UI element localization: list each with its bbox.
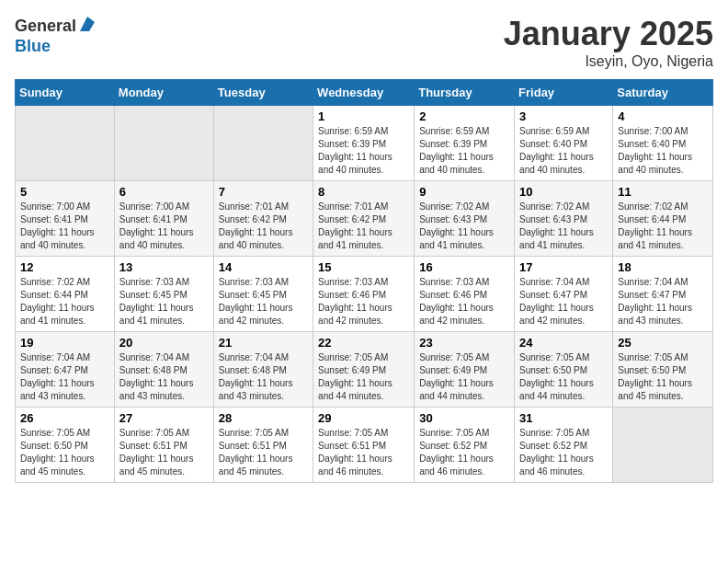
day-number: 27: [119, 411, 209, 425]
day-header-friday: Friday: [515, 80, 613, 106]
week-row: 12Sunrise: 7:02 AM Sunset: 6:44 PM Dayli…: [16, 257, 713, 332]
calendar-table: SundayMondayTuesdayWednesdayThursdayFrid…: [15, 79, 713, 483]
day-number: 30: [419, 411, 509, 425]
week-row: 19Sunrise: 7:04 AM Sunset: 6:47 PM Dayli…: [16, 332, 713, 408]
calendar-cell: 24Sunrise: 7:05 AM Sunset: 6:50 PM Dayli…: [515, 332, 613, 408]
day-number: 10: [519, 185, 608, 199]
day-header-monday: Monday: [114, 80, 213, 106]
cell-info: Sunrise: 7:04 AM Sunset: 6:48 PM Dayligh…: [119, 351, 209, 403]
calendar-cell: 12Sunrise: 7:02 AM Sunset: 6:44 PM Dayli…: [16, 257, 115, 332]
logo-icon: [78, 15, 97, 37]
cell-info: Sunrise: 7:05 AM Sunset: 6:49 PM Dayligh…: [318, 351, 409, 403]
cell-info: Sunrise: 7:05 AM Sunset: 6:52 PM Dayligh…: [519, 427, 608, 478]
day-number: 22: [318, 336, 409, 350]
cell-info: Sunrise: 7:00 AM Sunset: 6:41 PM Dayligh…: [119, 201, 209, 252]
calendar-cell: 18Sunrise: 7:04 AM Sunset: 6:47 PM Dayli…: [613, 257, 713, 332]
cell-info: Sunrise: 7:05 AM Sunset: 6:52 PM Dayligh…: [419, 427, 509, 478]
day-number: 21: [219, 336, 308, 350]
cell-info: Sunrise: 7:04 AM Sunset: 6:47 PM Dayligh…: [519, 276, 608, 327]
day-number: 2: [419, 109, 509, 123]
day-headers: SundayMondayTuesdayWednesdayThursdayFrid…: [16, 80, 713, 106]
calendar-cell: 14Sunrise: 7:03 AM Sunset: 6:45 PM Dayli…: [213, 257, 313, 332]
calendar-cell: 7Sunrise: 7:01 AM Sunset: 6:42 PM Daylig…: [213, 181, 313, 257]
logo-general: General: [15, 17, 76, 36]
day-number: 25: [618, 336, 708, 350]
day-number: 8: [318, 185, 409, 199]
calendar-cell: 6Sunrise: 7:00 AM Sunset: 6:41 PM Daylig…: [114, 181, 213, 257]
day-number: 9: [419, 185, 509, 199]
calendar-cell: 26Sunrise: 7:05 AM Sunset: 6:50 PM Dayli…: [16, 408, 115, 483]
cell-info: Sunrise: 7:05 AM Sunset: 6:50 PM Dayligh…: [519, 351, 608, 403]
location-subtitle: Iseyin, Oyo, Nigeria: [504, 53, 713, 70]
calendar-cell: 28Sunrise: 7:05 AM Sunset: 6:51 PM Dayli…: [213, 408, 313, 483]
day-number: 29: [318, 411, 409, 425]
cell-info: Sunrise: 7:03 AM Sunset: 6:46 PM Dayligh…: [419, 276, 509, 327]
calendar-cell: 20Sunrise: 7:04 AM Sunset: 6:48 PM Dayli…: [114, 332, 213, 408]
calendar-cell: 1Sunrise: 6:59 AM Sunset: 6:39 PM Daylig…: [313, 106, 415, 181]
day-number: 1: [318, 109, 409, 123]
day-number: 3: [519, 109, 608, 123]
day-number: 15: [318, 260, 409, 274]
day-number: 28: [219, 411, 308, 425]
week-row: 5Sunrise: 7:00 AM Sunset: 6:41 PM Daylig…: [16, 181, 713, 257]
calendar-cell: [213, 106, 313, 181]
svg-marker-0: [80, 17, 95, 31]
day-number: 16: [419, 260, 509, 274]
cell-info: Sunrise: 7:05 AM Sunset: 6:51 PM Dayligh…: [119, 427, 209, 478]
day-number: 5: [20, 185, 109, 199]
calendar-cell: 13Sunrise: 7:03 AM Sunset: 6:45 PM Dayli…: [114, 257, 213, 332]
calendar-cell: 31Sunrise: 7:05 AM Sunset: 6:52 PM Dayli…: [515, 408, 613, 483]
calendar-cell: 25Sunrise: 7:05 AM Sunset: 6:50 PM Dayli…: [613, 332, 713, 408]
cell-info: Sunrise: 7:05 AM Sunset: 6:49 PM Dayligh…: [419, 351, 509, 403]
calendar-cell: 16Sunrise: 7:03 AM Sunset: 6:46 PM Dayli…: [415, 257, 515, 332]
cell-info: Sunrise: 7:04 AM Sunset: 6:47 PM Dayligh…: [618, 276, 708, 327]
cell-info: Sunrise: 7:04 AM Sunset: 6:48 PM Dayligh…: [219, 351, 308, 403]
day-number: 24: [519, 336, 608, 350]
cell-info: Sunrise: 7:02 AM Sunset: 6:44 PM Dayligh…: [20, 276, 109, 327]
calendar-cell: 8Sunrise: 7:01 AM Sunset: 6:42 PM Daylig…: [313, 181, 415, 257]
day-header-sunday: Sunday: [16, 80, 115, 106]
day-header-thursday: Thursday: [415, 80, 515, 106]
day-number: 11: [618, 185, 708, 199]
cell-info: Sunrise: 7:02 AM Sunset: 6:43 PM Dayligh…: [519, 201, 608, 252]
calendar-cell: 22Sunrise: 7:05 AM Sunset: 6:49 PM Dayli…: [313, 332, 415, 408]
cell-info: Sunrise: 7:03 AM Sunset: 6:46 PM Dayligh…: [318, 276, 409, 327]
day-number: 7: [219, 185, 308, 199]
calendar-cell: 5Sunrise: 7:00 AM Sunset: 6:41 PM Daylig…: [16, 181, 115, 257]
calendar-cell: 15Sunrise: 7:03 AM Sunset: 6:46 PM Dayli…: [313, 257, 415, 332]
calendar-cell: 30Sunrise: 7:05 AM Sunset: 6:52 PM Dayli…: [415, 408, 515, 483]
day-number: 19: [20, 336, 109, 350]
day-number: 12: [20, 260, 109, 274]
calendar-cell: [613, 408, 713, 483]
day-number: 6: [119, 185, 209, 199]
logo-blue: Blue: [15, 37, 51, 56]
cell-info: Sunrise: 7:02 AM Sunset: 6:44 PM Dayligh…: [618, 201, 708, 252]
calendar-cell: 3Sunrise: 6:59 AM Sunset: 6:40 PM Daylig…: [515, 106, 613, 181]
cell-info: Sunrise: 7:00 AM Sunset: 6:41 PM Dayligh…: [20, 201, 109, 252]
day-number: 18: [618, 260, 708, 274]
calendar-cell: 19Sunrise: 7:04 AM Sunset: 6:47 PM Dayli…: [16, 332, 115, 408]
cell-info: Sunrise: 7:01 AM Sunset: 6:42 PM Dayligh…: [219, 201, 308, 252]
day-number: 14: [219, 260, 308, 274]
cell-info: Sunrise: 7:05 AM Sunset: 6:51 PM Dayligh…: [219, 427, 308, 478]
day-number: 31: [519, 411, 608, 425]
cell-info: Sunrise: 7:03 AM Sunset: 6:45 PM Dayligh…: [119, 276, 209, 327]
day-header-wednesday: Wednesday: [313, 80, 415, 106]
calendar-cell: [114, 106, 213, 181]
cell-info: Sunrise: 7:04 AM Sunset: 6:47 PM Dayligh…: [20, 351, 109, 403]
cell-info: Sunrise: 7:01 AM Sunset: 6:42 PM Dayligh…: [318, 201, 409, 252]
calendar-cell: 23Sunrise: 7:05 AM Sunset: 6:49 PM Dayli…: [415, 332, 515, 408]
calendar-cell: 9Sunrise: 7:02 AM Sunset: 6:43 PM Daylig…: [415, 181, 515, 257]
calendar-cell: 21Sunrise: 7:04 AM Sunset: 6:48 PM Dayli…: [213, 332, 313, 408]
cell-info: Sunrise: 6:59 AM Sunset: 6:39 PM Dayligh…: [419, 125, 509, 177]
cell-info: Sunrise: 7:05 AM Sunset: 6:50 PM Dayligh…: [618, 351, 708, 403]
day-number: 4: [618, 109, 708, 123]
day-header-tuesday: Tuesday: [213, 80, 313, 106]
cell-info: Sunrise: 7:05 AM Sunset: 6:50 PM Dayligh…: [20, 427, 109, 478]
calendar-cell: 2Sunrise: 6:59 AM Sunset: 6:39 PM Daylig…: [415, 106, 515, 181]
calendar-cell: 11Sunrise: 7:02 AM Sunset: 6:44 PM Dayli…: [613, 181, 713, 257]
day-number: 17: [519, 260, 608, 274]
calendar-cell: 17Sunrise: 7:04 AM Sunset: 6:47 PM Dayli…: [515, 257, 613, 332]
day-number: 20: [119, 336, 209, 350]
cell-info: Sunrise: 6:59 AM Sunset: 6:39 PM Dayligh…: [318, 125, 409, 177]
